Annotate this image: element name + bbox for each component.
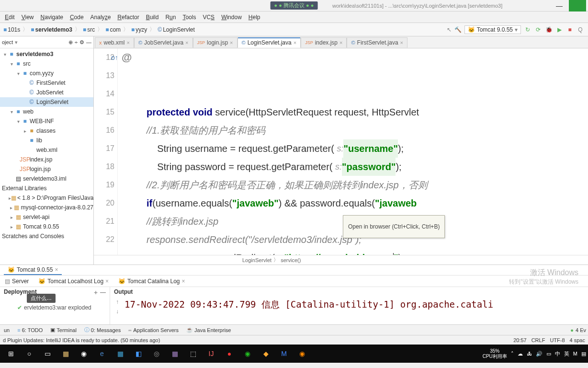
task-app1[interactable]: ▦ <box>111 345 129 363</box>
console-text[interactable]: 17-Nov-2022 09:43:47.799 信息 [Catalina-ut… <box>124 297 588 324</box>
task-app6[interactable]: ◆ <box>257 345 275 363</box>
tray-net-icon[interactable]: 🖧 <box>527 351 532 356</box>
task-idea[interactable]: IJ <box>202 345 220 363</box>
task-chrome[interactable]: ◉ <box>75 345 93 363</box>
menu-build[interactable]: Build <box>143 13 162 22</box>
collapse-icon[interactable]: ÷ <box>75 39 78 46</box>
search-icon[interactable]: Q <box>577 26 584 34</box>
code-line[interactable]: if(username.equals("javaweb") && passwor… <box>147 194 588 212</box>
task-app5[interactable]: ⬚ <box>184 345 202 363</box>
menu-vcs[interactable]: VCS <box>200 13 217 22</box>
tt-java-enterprise[interactable]: ☕Java Enterprise <box>184 326 233 334</box>
up-icon[interactable]: ↑ <box>116 299 119 305</box>
code-line[interactable]: String username = request.getParameter( … <box>147 139 588 158</box>
event-icon[interactable]: ● <box>570 327 574 333</box>
start-button[interactable]: ⊞ <box>2 345 20 363</box>
hammer-icon[interactable]: 🔨 <box>454 26 462 33</box>
tree-item[interactable]: ▾■web <box>0 107 93 116</box>
tray-m[interactable]: M <box>573 351 577 356</box>
menu-navigate[interactable]: Navigate <box>38 13 66 22</box>
menu-tools[interactable]: Tools <box>180 13 199 22</box>
code-line[interactable]: response.sendRedirect( s: "https://www.b… <box>147 249 588 255</box>
tree-item[interactable]: ▤servletdemo3.iml <box>0 174 93 184</box>
code-line[interactable]: protected void service(HttpServletReques… <box>147 103 588 121</box>
close-button[interactable] <box>569 0 588 12</box>
menu-code[interactable]: Code <box>67 13 87 22</box>
editor-tab[interactable]: ©FirstServlet.java× <box>347 37 407 48</box>
crumb-101s[interactable]: ■ 101s <box>2 26 22 34</box>
status-encoding[interactable]: UTF-8 <box>550 337 565 343</box>
tree-item[interactable]: JSPindex.jsp <box>0 155 93 164</box>
play-icon[interactable]: ▶ <box>555 26 563 34</box>
menu-analyze[interactable]: Analyze <box>88 13 114 22</box>
minimize-button[interactable]: — <box>550 0 569 12</box>
tray-vol-icon[interactable]: 🔊 <box>536 351 543 357</box>
crumb-servletdemo3[interactable]: ■ servletdemo3 <box>29 26 74 34</box>
tree-item[interactable]: ▾■com.yyzy <box>0 69 93 78</box>
crumb-com[interactable]: ■ com <box>104 26 122 34</box>
status-line-sep[interactable]: CRLF <box>531 337 545 343</box>
close-icon[interactable]: × <box>400 40 403 46</box>
task-wechat[interactable]: ◉ <box>238 345 257 363</box>
run-subtab-server[interactable]: ▤Server <box>0 277 34 286</box>
close-icon[interactable]: × <box>55 266 58 273</box>
status-indent[interactable]: 4 spac <box>570 337 585 343</box>
close-icon[interactable]: × <box>127 40 130 46</box>
hide-icon[interactable]: — <box>86 39 91 46</box>
collapse-icon[interactable]: ＋ — <box>93 288 106 297</box>
close-icon[interactable]: × <box>339 40 342 46</box>
tt-run[interactable]: un <box>2 327 11 334</box>
crumb-src[interactable]: ■ src <box>81 26 96 34</box>
editor-tab[interactable]: xweb.xml× <box>95 37 134 48</box>
task-app7[interactable]: M <box>275 345 293 363</box>
tree-ext-item[interactable]: ▸▦servlet-api <box>0 212 93 222</box>
task-search[interactable]: ○ <box>20 345 38 363</box>
close-icon[interactable]: × <box>294 40 296 46</box>
project-tree[interactable]: ▾■servletdemo3 ▾■src▾■com.yyzy©FirstServ… <box>0 48 93 264</box>
code-line[interactable]: String password = request.getParameter( … <box>147 158 588 176</box>
run-tab-tomcat[interactable]: 🐱 Tomcat 9.0.55 × <box>4 265 62 275</box>
menu-refactor[interactable]: Refactor <box>114 13 142 22</box>
run-icon[interactable]: ↻ <box>524 26 531 34</box>
target-icon[interactable]: ⊕ <box>68 39 73 46</box>
tray-cloud-icon[interactable]: ☁ <box>518 351 523 357</box>
tt-terminal[interactable]: ▣Terminal <box>48 326 79 334</box>
tree-item[interactable]: ▸■classes <box>0 126 93 136</box>
down-icon[interactable]: ↓ <box>116 308 119 315</box>
tray-battery-icon[interactable]: ▭ <box>546 351 551 357</box>
tree-item[interactable]: ▾■WEB-INF <box>0 116 93 126</box>
menu-edit[interactable]: Edit <box>2 13 18 22</box>
gear-icon[interactable]: ⚙ <box>79 39 84 46</box>
tt-todo[interactable]: ≡6: TODO <box>15 327 45 334</box>
editor-tab[interactable]: ©LoginServlet.java× <box>237 37 301 48</box>
menu-run[interactable]: Run <box>162 13 179 22</box>
editor-tab[interactable]: ©JobServlet.java× <box>134 37 193 48</box>
back-icon[interactable]: ↖ <box>447 26 452 33</box>
stop-icon[interactable]: ■ <box>566 26 574 34</box>
editor-tab[interactable]: JSPindex.jsp× <box>301 37 347 48</box>
tray-ime-zh[interactable]: 中 <box>555 350 560 357</box>
run-config-selector[interactable]: 🐱 Tomcat 9.0.55 ▾ <box>464 25 521 34</box>
close-icon[interactable]: × <box>185 40 188 46</box>
task-edge[interactable]: e <box>93 345 111 363</box>
tray-ime-en[interactable]: 英 <box>564 350 569 357</box>
menu-view[interactable]: View <box>19 13 37 22</box>
menu-window[interactable]: Window <box>218 13 245 22</box>
task-record[interactable]: ● <box>220 345 238 363</box>
tree-external-libraries[interactable]: External Libraries <box>0 184 93 193</box>
tt-messages[interactable]: ⓘ0: Messages <box>82 326 123 334</box>
task-app2[interactable]: ◧ <box>129 345 147 363</box>
code-line[interactable]: //1.获取登陆的用户名和密码 <box>147 121 588 139</box>
run-subtab-localhost[interactable]: 🐱Tomcat Localhost Log× <box>34 277 113 286</box>
tree-ext-item[interactable]: ▸▦Tomcat 9.0.55 <box>0 222 93 231</box>
tt-appservers[interactable]: ⎓Application Servers <box>126 327 181 334</box>
debug-icon[interactable]: 🐞 <box>545 26 553 34</box>
menu-help[interactable]: Help <box>246 13 263 22</box>
status-pos[interactable]: 20:57 <box>513 337 527 343</box>
tray-up-icon[interactable]: ˄ <box>511 351 514 357</box>
code-area[interactable]: Open in browser (Ctrl+Click, Ctrl+B) pro… <box>118 48 588 255</box>
task-view[interactable]: ▭ <box>38 345 57 363</box>
tree-item[interactable]: web.xml <box>0 145 93 155</box>
run-subtab-catalina[interactable]: 🐱Tomcat Catalina Log× <box>113 277 190 286</box>
task-explorer[interactable]: ▦ <box>57 345 75 363</box>
